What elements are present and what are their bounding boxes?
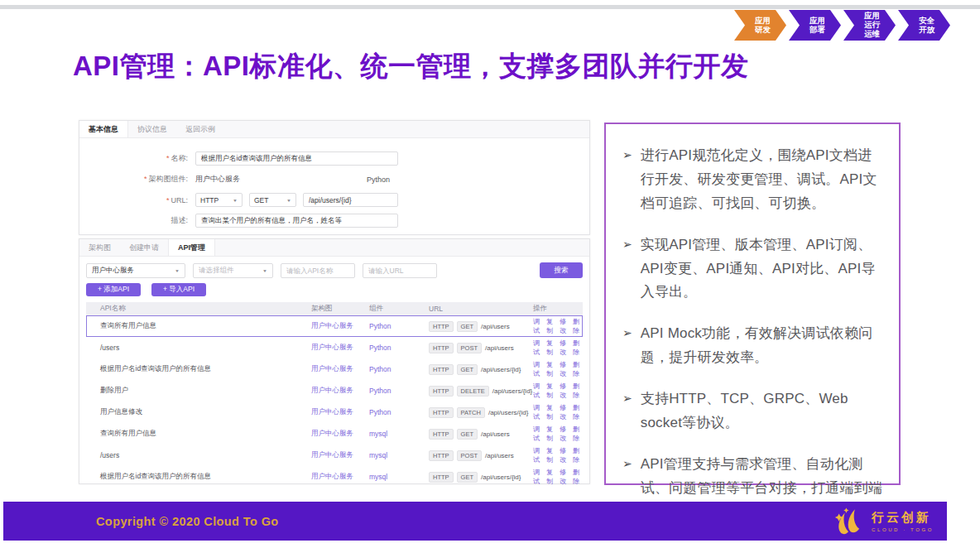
brand-subtitle: CLOUD · TOGO [872,527,934,532]
row-action-link[interactable]: 复制 [546,446,556,464]
row-action-link[interactable]: 调试 [533,403,543,421]
component-link[interactable]: Python [369,408,429,416]
table-row[interactable]: 查询所有用户信息 用户中心服务 Python HTTP GET /api/use… [86,315,583,337]
arrow-bullet-icon: ➢ [622,233,632,305]
row-action-link[interactable]: 调试 [533,360,543,378]
row-action-link[interactable]: 删除 [573,403,583,421]
component-link[interactable]: Python [369,344,429,352]
row-action-link[interactable]: 复制 [546,403,556,421]
row-action-link[interactable]: 删除 [573,382,583,400]
row-action-link[interactable]: 修改 [560,446,569,464]
row-actions-cell: 调试复制修改删除 [533,403,583,421]
row-action-link[interactable]: 复制 [546,425,556,443]
table-row[interactable]: 用户信息修改 用户中心服务 Python HTTP PATCH /api/use… [86,401,583,423]
row-actions-cell: 调试复制修改删除 [533,360,583,378]
component-link[interactable]: Python [369,387,429,395]
import-api-button[interactable]: + 导入API [151,283,206,296]
row-action-link[interactable]: 修改 [560,339,569,357]
row-action-link[interactable]: 复制 [546,382,556,400]
diagram-link[interactable]: 用户中心服务 [311,429,369,439]
diagram-link[interactable]: 用户中心服务 [311,343,369,353]
api-detail-panel: 基本信息 协议信息 返回示例 *名称: *架构图组件: 用户中心服务 Pytho… [79,120,590,235]
table-row[interactable]: /users 用户中心服务 Python HTTP POST /api/user… [86,337,583,358]
table-row[interactable]: 查询所有用户信息 用户中心服务 mysql HTTP GET /api/user… [86,423,583,445]
row-action-link[interactable]: 调试 [533,339,543,357]
api-panel-tab[interactable]: API管理 [168,239,215,256]
row-action-link[interactable]: 复制 [546,468,556,486]
api-panel-tab[interactable]: 架构图 [79,239,120,256]
row-action-link[interactable]: 删除 [573,446,583,464]
row-action-link[interactable]: 删除 [573,317,583,335]
api-panel-tab[interactable]: 创建申请 [120,239,168,256]
row-action-link[interactable]: 复制 [546,360,556,378]
chevron-down-icon: ▼ [175,268,180,272]
process-step-label: 应用 运行 运维 [864,12,880,39]
row-actions-cell: 调试复制修改删除 [533,382,583,400]
table-row[interactable]: /users 用户中心服务 mysql HTTP POST /api/users… [86,445,583,466]
component-filter-select[interactable]: 请选择组件 ▼ [193,263,273,278]
row-action-link[interactable]: 删除 [573,468,583,486]
service-filter-select[interactable]: 用户中心服务 ▼ [86,263,185,278]
diagram-link[interactable]: 用户中心服务 [311,364,369,374]
diagram-link[interactable]: 用户中心服务 [311,472,369,482]
form-tab[interactable]: 基本信息 [79,121,128,137]
row-action-link[interactable]: 修改 [560,403,569,421]
url-cell: HTTP GET /api/users [429,321,533,332]
url-path-text: /api/users [481,430,510,438]
component-link[interactable]: mysql [369,451,429,459]
row-action-link[interactable]: 调试 [533,468,543,486]
component-label: *架构图组件: [79,174,195,185]
diagram-link[interactable]: 用户中心服务 [311,407,369,417]
row-action-link[interactable]: 删除 [573,425,583,443]
table-row[interactable]: 根据用户名id查询该用户的所有信息 用户中心服务 mysql HTTP GET … [86,466,583,488]
component-link[interactable]: Python [369,322,429,330]
row-action-link[interactable]: 删除 [573,339,583,357]
description-field-row: 描述: [79,210,589,231]
diagram-link[interactable]: 用户中心服务 [311,450,369,460]
name-input[interactable] [195,151,398,166]
api-name-cell: 查询所有用户信息 [86,429,311,439]
brand-name: 行云创新 [872,510,931,526]
row-action-link[interactable]: 调试 [533,425,543,443]
url-filter-input[interactable] [363,263,437,278]
method-select[interactable]: GET ▼ [249,193,296,207]
method-badge: GET [457,429,478,440]
url-path-text: /api/users/{id} [481,366,521,373]
row-action-link[interactable]: 删除 [573,360,583,378]
page-title: API管理：API标准化、统一管理，支撑多团队并行开发 [73,48,749,85]
row-action-link[interactable]: 复制 [546,317,556,335]
table-header-cell: 操作 [533,304,583,314]
row-action-link[interactable]: 修改 [560,382,569,400]
form-tab[interactable]: 协议信息 [128,121,176,137]
add-api-button[interactable]: + 添加API [86,283,141,296]
url-path-input[interactable] [303,193,398,207]
row-action-link[interactable]: 修改 [560,317,569,335]
row-action-link[interactable]: 修改 [560,468,569,486]
row-action-link[interactable]: 调试 [533,446,543,464]
row-action-link[interactable]: 调试 [533,382,543,400]
process-steps: 应用 研发 应用 部署 应用 运行 运维 安全 开放 [734,10,950,41]
chevron-down-icon: ▼ [262,268,267,272]
description-input[interactable] [195,214,398,228]
component-link[interactable]: mysql [369,473,429,481]
table-row[interactable]: 删除用户 用户中心服务 Python HTTP DELETE /api/user… [86,380,583,401]
component-link[interactable]: Python [369,365,429,373]
api-name-filter-input[interactable] [281,263,355,278]
component-link[interactable]: mysql [369,430,429,438]
diagram-link[interactable]: 用户中心服务 [311,321,369,331]
table-row[interactable]: 根据用户名id查询该用户的所有信息 用户中心服务 Python HTTP GET… [86,358,583,380]
form-body: *名称: *架构图组件: 用户中心服务 Python *URL: HTTP ▼ … [79,138,589,231]
method-badge: PATCH [457,407,485,418]
search-button[interactable]: 搜索 [540,262,583,278]
form-tab[interactable]: 返回示例 [176,121,224,137]
row-actions-cell: 调试复制修改删除 [533,425,583,443]
process-step-arrow: 应用 运行 运维 [843,10,896,41]
row-action-link[interactable]: 调试 [533,317,543,335]
diagram-link[interactable]: 用户中心服务 [311,386,369,396]
protocol-badge: HTTP [429,321,454,332]
row-action-link[interactable]: 修改 [560,360,569,378]
row-action-link[interactable]: 复制 [546,339,556,357]
protocol-badge: HTTP [429,429,454,440]
row-action-link[interactable]: 修改 [560,425,569,443]
protocol-select[interactable]: HTTP ▼ [195,193,243,207]
